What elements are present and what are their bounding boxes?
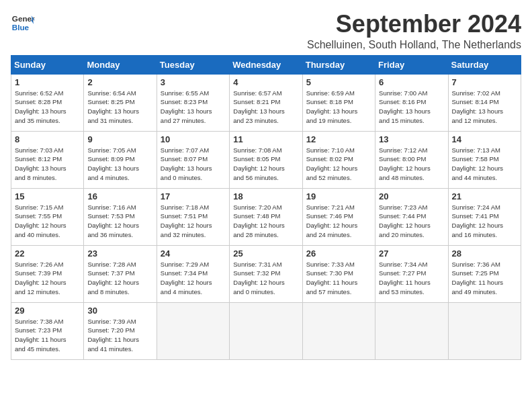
day-info: Sunrise: 7:23 AM Sunset: 7:44 PM Dayligh…	[379, 203, 444, 240]
day-info: Sunrise: 7:18 AM Sunset: 7:51 PM Dayligh…	[161, 203, 226, 240]
day-info: Sunrise: 7:26 AM Sunset: 7:39 PM Dayligh…	[15, 260, 80, 297]
day-cell	[302, 302, 375, 359]
day-number: 2	[87, 77, 152, 87]
svg-text:General: General	[12, 14, 35, 23]
day-number: 19	[306, 191, 371, 201]
day-number: 8	[15, 134, 80, 144]
day-cell: 24Sunrise: 7:29 AM Sunset: 7:34 PM Dayli…	[157, 245, 229, 302]
logo-icon: General Blue	[11, 11, 35, 35]
day-number: 9	[87, 134, 152, 144]
day-number: 27	[379, 248, 444, 259]
logo: General Blue	[11, 11, 35, 35]
day-info: Sunrise: 6:59 AM Sunset: 8:18 PM Dayligh…	[306, 89, 371, 126]
day-cell: 18Sunrise: 7:20 AM Sunset: 7:48 PM Dayli…	[230, 188, 302, 245]
day-cell	[375, 302, 448, 359]
day-cell: 4Sunrise: 6:57 AM Sunset: 8:21 PM Daylig…	[230, 74, 302, 131]
day-header-wednesday: Wednesday	[230, 55, 302, 74]
day-info: Sunrise: 7:29 AM Sunset: 7:34 PM Dayligh…	[161, 260, 226, 297]
day-cell	[157, 302, 229, 359]
day-number: 5	[306, 77, 371, 87]
day-number: 12	[306, 134, 371, 144]
day-number: 10	[161, 134, 226, 144]
day-number: 18	[233, 191, 298, 201]
day-cell	[448, 302, 521, 359]
calendar-subtitle: Schelluinen, South Holland, The Netherla…	[307, 39, 521, 51]
day-number: 17	[161, 191, 226, 201]
day-info: Sunrise: 6:57 AM Sunset: 8:21 PM Dayligh…	[233, 89, 298, 126]
day-info: Sunrise: 7:12 AM Sunset: 8:00 PM Dayligh…	[379, 146, 444, 183]
day-info: Sunrise: 7:33 AM Sunset: 7:30 PM Dayligh…	[306, 260, 371, 297]
day-cell: 29Sunrise: 7:38 AM Sunset: 7:23 PM Dayli…	[11, 302, 84, 359]
day-info: Sunrise: 7:00 AM Sunset: 8:16 PM Dayligh…	[379, 89, 444, 126]
day-header-monday: Monday	[84, 55, 157, 74]
day-info: Sunrise: 6:52 AM Sunset: 8:28 PM Dayligh…	[15, 89, 80, 126]
day-number: 21	[452, 191, 517, 201]
day-info: Sunrise: 7:03 AM Sunset: 8:12 PM Dayligh…	[15, 146, 80, 183]
day-number: 25	[233, 248, 298, 259]
day-cell	[230, 302, 302, 359]
day-number: 6	[379, 77, 444, 87]
day-info: Sunrise: 7:16 AM Sunset: 7:53 PM Dayligh…	[87, 203, 152, 240]
week-row-5: 29Sunrise: 7:38 AM Sunset: 7:23 PM Dayli…	[11, 302, 521, 359]
day-header-sunday: Sunday	[11, 55, 84, 74]
day-number: 20	[379, 191, 444, 201]
day-cell: 11Sunrise: 7:08 AM Sunset: 8:05 PM Dayli…	[230, 131, 302, 188]
day-info: Sunrise: 7:39 AM Sunset: 7:20 PM Dayligh…	[87, 317, 152, 354]
week-row-2: 8Sunrise: 7:03 AM Sunset: 8:12 PM Daylig…	[11, 131, 521, 188]
header: General Blue September 2024 Schelluinen,…	[11, 11, 521, 51]
calendar-title: September 2024	[307, 11, 521, 38]
day-number: 11	[233, 134, 298, 144]
day-cell: 5Sunrise: 6:59 AM Sunset: 8:18 PM Daylig…	[302, 74, 375, 131]
day-info: Sunrise: 7:07 AM Sunset: 8:07 PM Dayligh…	[161, 146, 226, 183]
day-cell: 2Sunrise: 6:54 AM Sunset: 8:25 PM Daylig…	[84, 74, 157, 131]
day-number: 24	[161, 248, 226, 259]
day-number: 29	[15, 306, 80, 316]
day-number: 7	[452, 77, 517, 87]
day-info: Sunrise: 6:55 AM Sunset: 8:23 PM Dayligh…	[161, 89, 226, 126]
day-cell: 23Sunrise: 7:28 AM Sunset: 7:37 PM Dayli…	[84, 245, 157, 302]
day-header-saturday: Saturday	[448, 55, 521, 74]
day-cell: 16Sunrise: 7:16 AM Sunset: 7:53 PM Dayli…	[84, 188, 157, 245]
day-info: Sunrise: 7:13 AM Sunset: 7:58 PM Dayligh…	[452, 146, 517, 183]
day-info: Sunrise: 7:08 AM Sunset: 8:05 PM Dayligh…	[233, 146, 298, 183]
day-number: 1	[15, 77, 80, 87]
day-cell: 9Sunrise: 7:05 AM Sunset: 8:09 PM Daylig…	[84, 131, 157, 188]
week-row-3: 15Sunrise: 7:15 AM Sunset: 7:55 PM Dayli…	[11, 188, 521, 245]
day-cell: 15Sunrise: 7:15 AM Sunset: 7:55 PM Dayli…	[11, 188, 84, 245]
day-cell: 14Sunrise: 7:13 AM Sunset: 7:58 PM Dayli…	[448, 131, 521, 188]
week-row-1: 1Sunrise: 6:52 AM Sunset: 8:28 PM Daylig…	[11, 74, 521, 131]
day-number: 4	[233, 77, 298, 87]
day-info: Sunrise: 7:31 AM Sunset: 7:32 PM Dayligh…	[233, 260, 298, 297]
day-header-thursday: Thursday	[302, 55, 375, 74]
svg-text:Blue: Blue	[12, 23, 30, 32]
day-number: 13	[379, 134, 444, 144]
day-cell: 12Sunrise: 7:10 AM Sunset: 8:02 PM Dayli…	[302, 131, 375, 188]
day-number: 22	[15, 248, 80, 259]
day-info: Sunrise: 7:36 AM Sunset: 7:25 PM Dayligh…	[452, 260, 517, 297]
day-info: Sunrise: 7:10 AM Sunset: 8:02 PM Dayligh…	[306, 146, 371, 183]
day-number: 26	[306, 248, 371, 259]
day-info: Sunrise: 7:02 AM Sunset: 8:14 PM Dayligh…	[452, 89, 517, 126]
day-cell: 21Sunrise: 7:24 AM Sunset: 7:41 PM Dayli…	[448, 188, 521, 245]
day-number: 3	[161, 77, 226, 87]
day-info: Sunrise: 7:34 AM Sunset: 7:27 PM Dayligh…	[379, 260, 444, 297]
day-header-tuesday: Tuesday	[157, 55, 229, 74]
day-number: 28	[452, 248, 517, 259]
day-cell: 20Sunrise: 7:23 AM Sunset: 7:44 PM Dayli…	[375, 188, 448, 245]
day-info: Sunrise: 7:38 AM Sunset: 7:23 PM Dayligh…	[15, 317, 80, 354]
day-number: 30	[87, 306, 152, 316]
calendar-table: SundayMondayTuesdayWednesdayThursdayFrid…	[11, 55, 521, 360]
day-cell: 27Sunrise: 7:34 AM Sunset: 7:27 PM Dayli…	[375, 245, 448, 302]
day-info: Sunrise: 7:24 AM Sunset: 7:41 PM Dayligh…	[452, 203, 517, 240]
title-block: September 2024 Schelluinen, South Hollan…	[307, 11, 521, 51]
day-info: Sunrise: 7:20 AM Sunset: 7:48 PM Dayligh…	[233, 203, 298, 240]
day-cell: 7Sunrise: 7:02 AM Sunset: 8:14 PM Daylig…	[448, 74, 521, 131]
day-cell: 8Sunrise: 7:03 AM Sunset: 8:12 PM Daylig…	[11, 131, 84, 188]
day-cell: 1Sunrise: 6:52 AM Sunset: 8:28 PM Daylig…	[11, 74, 84, 131]
day-cell: 19Sunrise: 7:21 AM Sunset: 7:46 PM Dayli…	[302, 188, 375, 245]
day-number: 15	[15, 191, 80, 201]
day-info: Sunrise: 7:05 AM Sunset: 8:09 PM Dayligh…	[87, 146, 152, 183]
week-row-4: 22Sunrise: 7:26 AM Sunset: 7:39 PM Dayli…	[11, 245, 521, 302]
day-cell: 26Sunrise: 7:33 AM Sunset: 7:30 PM Dayli…	[302, 245, 375, 302]
day-info: Sunrise: 7:21 AM Sunset: 7:46 PM Dayligh…	[306, 203, 371, 240]
